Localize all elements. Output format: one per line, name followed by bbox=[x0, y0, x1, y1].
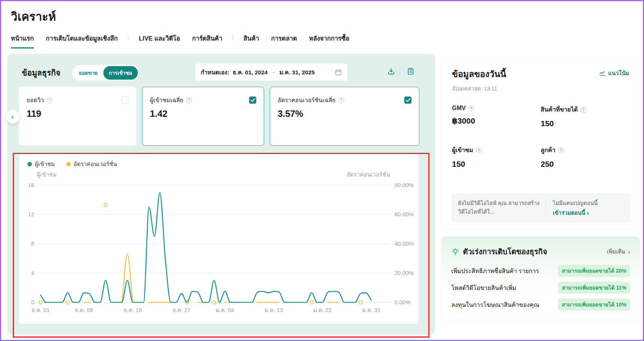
sales-traffic-toggle: ยอดขาย การเข้าชม bbox=[72, 65, 139, 81]
help-icon[interactable]: ? bbox=[581, 107, 587, 113]
tab-marketing[interactable]: การตลาด bbox=[271, 33, 297, 47]
metric-value: 119 bbox=[27, 109, 128, 119]
growth-accelerator-card: ตัวเร่งการเติบโตของธุรกิจ เพิ่มเติม › เพ… bbox=[441, 237, 640, 320]
tab-live-video[interactable]: LIVE และวิดีโอ bbox=[139, 33, 180, 47]
metric-card-views[interactable]: ยอดวิว?119 bbox=[19, 87, 136, 146]
help-icon[interactable]: ? bbox=[47, 97, 53, 103]
join-now-link[interactable]: เข้าร่วมตอนนี้ › bbox=[553, 209, 623, 217]
x-axis-tick: ม.ค. 13 bbox=[265, 307, 283, 313]
help-icon[interactable]: ? bbox=[468, 105, 474, 111]
date-range-start: ธ.ค. 01, 2024 bbox=[233, 68, 268, 77]
growth-suggestion-row[interactable]: เพิ่มประสิทธิภาพชื่อสินค้า รายการสามารถเ… bbox=[451, 265, 630, 277]
toggle-option-traffic[interactable]: การเข้าชม bbox=[103, 66, 138, 80]
today-stats-grid: GMV?฿3000สินค้าที่ขายได้?150ผู้เข้าชม?15… bbox=[452, 105, 629, 169]
metric-checkbox[interactable] bbox=[249, 97, 256, 104]
analytics-page: วิเคราะห์ หน้าแรกการเติบโตและข้อมูลเชิงล… bbox=[0, 0, 644, 341]
tab-post-purchase[interactable]: หลังจากการซื้อ bbox=[309, 33, 349, 47]
page-title: วิเคราะห์ bbox=[11, 7, 56, 26]
date-range-picker[interactable]: กำหนดเอง: ธ.ค. 01, 2024 - ม.ค. 31, 2025 bbox=[195, 63, 347, 81]
stat-label: ลูกค้า bbox=[541, 145, 555, 155]
stat-visitors: ผู้เข้าชม?150 bbox=[452, 145, 541, 169]
tab-growth-insights[interactable]: การเติบโตและข้อมูลเชิงลึก bbox=[46, 33, 118, 47]
left-axis-tick: 0 bbox=[31, 299, 34, 305]
business-data-panel: ข้อมูลธุรกิจ ยอดขาย การเข้าชม กำหนดเอง: … bbox=[8, 54, 435, 335]
trend-link-label: แนวโน้ม bbox=[608, 69, 629, 78]
metric-value: 3.57% bbox=[278, 109, 411, 119]
stat-label: สินค้าที่ขายได้ bbox=[541, 105, 578, 114]
stat-value: ฿3000 bbox=[452, 116, 541, 125]
stat-gmv: GMV?฿3000 bbox=[452, 105, 541, 128]
help-icon[interactable]: ? bbox=[558, 147, 564, 153]
stat-items-sold: สินค้าที่ขายได้?150 bbox=[541, 105, 629, 128]
left-axis-tick: 8 bbox=[31, 240, 34, 247]
stat-label: ผู้เข้าชม bbox=[452, 145, 473, 155]
notice-box: ยังไม่มีวิดีโอไลฟ์ คุณ สามารถสร้างวิดีโอ… bbox=[451, 193, 630, 223]
toolbar-divider bbox=[400, 66, 400, 76]
date-range-separator: - bbox=[271, 69, 276, 75]
x-axis-tick: ม.ค. 22 bbox=[313, 307, 332, 313]
help-icon[interactable]: ? bbox=[186, 97, 192, 103]
left-axis-title: ผู้เข้าชม bbox=[37, 171, 57, 178]
left-axis-tick: 12 bbox=[28, 211, 34, 217]
right-axis-tick: 60.00% bbox=[395, 211, 414, 217]
x-axis-tick: ธ.ค. 01 bbox=[32, 307, 50, 313]
legend-item[interactable]: ผู้เข้าชม bbox=[27, 160, 55, 169]
campaign-notice: ไม่มีแคมเปญตอนนี้ เข้าร่วมตอนนี้ › bbox=[546, 199, 623, 217]
panel-title: ข้อมูลธุรกิจ bbox=[22, 66, 60, 79]
legend-label: อัตราคอนเวอร์ชั่น bbox=[74, 160, 117, 169]
date-range-label: กำหนดเอง: bbox=[201, 68, 229, 77]
metric-label: ผู้เข้าชมเฉลี่ย bbox=[150, 95, 183, 105]
legend-item[interactable]: อัตราคอนเวอร์ชั่น bbox=[66, 160, 117, 169]
chevron-right-icon: › bbox=[587, 209, 589, 216]
growth-suggestion-row[interactable]: โพสต์วิดีโอขายสินค้าเพิ่มสามารถเพิ่มยอดข… bbox=[451, 282, 630, 294]
tab-home[interactable]: หน้าแรก bbox=[11, 33, 34, 48]
legend-dot-icon bbox=[66, 162, 71, 166]
live-video-notice: ยังไม่มีวิดีโอไลฟ์ คุณ สามารถสร้างวิดีโอ… bbox=[458, 199, 546, 217]
conversion-point-marker bbox=[212, 301, 216, 304]
metric-label: ยอดวิว bbox=[27, 95, 44, 105]
today-title: ข้อมูลของวันนี้ bbox=[452, 67, 506, 81]
uplift-badge: สามารถเพิ่มยอดขายได้ 10% bbox=[558, 299, 630, 311]
chart-legend: ผู้เข้าชมอัตราคอนเวอร์ชั่น bbox=[27, 160, 117, 169]
report-icon[interactable] bbox=[407, 67, 415, 75]
lightbulb-icon bbox=[451, 247, 460, 256]
growth-suggestion-row[interactable]: ลงทุนในการโฆษณาสินค้าของคุณสามารถเพิ่มยอ… bbox=[451, 299, 630, 311]
conversion-point-marker bbox=[39, 301, 42, 304]
today-data-card: ข้อมูลของวันนี้ แนวโน้ม อัปเดตล่าสุด: 13… bbox=[441, 57, 640, 229]
legend-label: ผู้เข้าชม bbox=[35, 160, 55, 169]
download-icon[interactable] bbox=[387, 67, 395, 75]
conversion-point-marker bbox=[310, 301, 313, 304]
right-axis-tick: 0.00% bbox=[395, 299, 411, 305]
traffic-chart: ผู้เข้าชมอัตราคอนเวอร์ชั่น ผู้เข้าชมอัตร… bbox=[19, 154, 418, 324]
last-updated: อัปเดตล่าสุด: 13:11 bbox=[452, 84, 629, 93]
x-axis-tick: ม.ค. 31 bbox=[362, 307, 381, 313]
stat-label: GMV bbox=[452, 105, 466, 112]
tab-divider: | bbox=[232, 33, 234, 41]
more-link[interactable]: เพิ่มเติม › bbox=[607, 247, 630, 256]
metric-value: 1.42 bbox=[150, 109, 256, 119]
x-axis-tick: ธ.ค. 27 bbox=[172, 307, 190, 313]
right-axis-tick: 40.00% bbox=[395, 240, 414, 247]
stat-customers: ลูกค้า?250 bbox=[541, 145, 629, 169]
left-axis-tick: 4 bbox=[31, 270, 34, 276]
trend-link[interactable]: แนวโน้ม bbox=[599, 69, 629, 78]
tab-products[interactable]: สินค้า bbox=[243, 33, 259, 47]
growth-suggestion-label: เพิ่มประสิทธิภาพชื่อสินค้า รายการ bbox=[451, 266, 539, 276]
right-axis-tick: 20.00% bbox=[395, 270, 414, 276]
conversion-point-marker bbox=[359, 301, 362, 304]
toggle-option-sales[interactable]: ยอดขาย bbox=[73, 66, 103, 80]
conversion-point-marker bbox=[66, 301, 70, 304]
metric-checkbox[interactable] bbox=[404, 97, 411, 104]
help-icon[interactable]: ? bbox=[338, 97, 344, 103]
x-axis-tick: ธ.ค. 18 bbox=[124, 307, 142, 313]
stat-value: 150 bbox=[541, 119, 629, 128]
tab-product-card[interactable]: การ์ดสินค้า bbox=[192, 33, 222, 47]
help-icon[interactable]: ? bbox=[476, 147, 482, 153]
metric-card-avg-conversion[interactable]: อัตราคอนเวอร์ชันเฉลี่ย?3.57% bbox=[270, 87, 419, 146]
metric-checkbox[interactable] bbox=[121, 97, 128, 104]
metric-card-row: ยอดวิว?119ผู้เข้าชมเฉลี่ย?1.42อัตราคอนเว… bbox=[19, 87, 419, 146]
tab-divider: | bbox=[127, 33, 129, 41]
stat-value: 250 bbox=[541, 160, 629, 169]
carousel-prev-button[interactable]: ‹ bbox=[6, 110, 20, 124]
metric-card-avg-visitors[interactable]: ผู้เข้าชมเฉลี่ย?1.42 bbox=[142, 87, 264, 146]
